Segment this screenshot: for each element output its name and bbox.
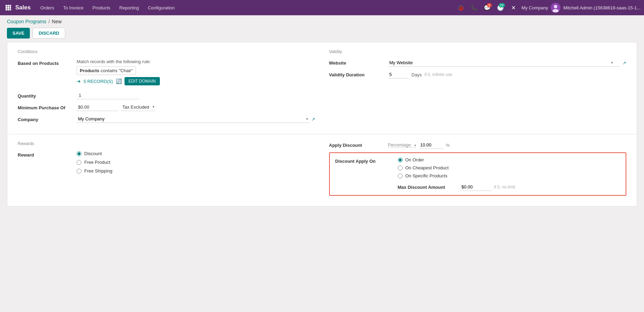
menu-to-invoice[interactable]: To Invoice xyxy=(59,3,88,12)
svg-point-10 xyxy=(554,5,557,8)
svg-rect-5 xyxy=(10,7,11,9)
discount-apply-on-box: Discount Apply On On Order On Cheapest P… xyxy=(329,152,627,196)
website-label: Website xyxy=(329,60,388,66)
menu-products[interactable]: Products xyxy=(88,3,114,12)
max-discount-input[interactable] xyxy=(460,183,491,191)
filter-value: "Chair" xyxy=(119,68,133,73)
clock-badge: 29 xyxy=(499,3,505,7)
dao-label-specific[interactable]: On Specific Products xyxy=(405,173,447,178)
chat-icon[interactable]: 💬 5 xyxy=(482,2,492,13)
max-discount-hint: if 0, no limit xyxy=(494,185,515,189)
discount-apply-on-options: On Order On Cheapest Product On Specific… xyxy=(398,157,620,191)
quantity-label: Quantity xyxy=(18,92,77,99)
percentage-select[interactable]: Percentage Fixed xyxy=(388,142,416,148)
reward-radio-free-product[interactable] xyxy=(77,160,81,165)
reward-label-free-shipping[interactable]: Free Shipping xyxy=(84,168,112,174)
clock-icon[interactable]: 🕐 29 xyxy=(495,2,506,13)
menu-configuration[interactable]: Configuration xyxy=(144,3,179,12)
reward-option-free-shipping[interactable]: Free Shipping xyxy=(77,168,315,174)
edit-domain-button[interactable]: EDIT DOMAIN xyxy=(124,77,160,85)
percentage-select-wrapper[interactable]: Percentage Fixed xyxy=(388,142,416,148)
svg-rect-3 xyxy=(6,7,7,9)
reward-label-discount[interactable]: Discount xyxy=(84,151,102,156)
based-on-products-value: Match records with the following rule: P… xyxy=(77,59,315,87)
company-select-wrapper[interactable]: My Company xyxy=(77,115,309,123)
section-divider xyxy=(7,134,637,134)
bug-icon[interactable]: 🐞 xyxy=(456,2,466,13)
brand-name[interactable]: Sales xyxy=(15,4,31,11)
dao-option-on-order[interactable]: On Order xyxy=(398,157,620,162)
conditions-section: Conditions Based on Products Match recor… xyxy=(18,49,315,127)
validity-section: Validity Website My Website ↗ xyxy=(329,49,627,127)
dao-label-on-order[interactable]: On Order xyxy=(405,157,424,162)
dao-radio-cheapest[interactable] xyxy=(398,166,403,170)
website-select[interactable]: My Website xyxy=(388,59,620,67)
reward-radio-discount[interactable] xyxy=(77,151,81,156)
svg-rect-6 xyxy=(6,9,7,10)
min-purchase-row: Minimum Purchase Of Tax Excluded Tax Inc… xyxy=(18,103,315,111)
quantity-row: Quantity xyxy=(18,92,315,99)
breadcrumb-parent[interactable]: Coupon Programs xyxy=(7,19,46,24)
reward-label: Reward xyxy=(18,151,77,158)
discount-value-input[interactable] xyxy=(419,141,443,149)
breadcrumb-current: New xyxy=(52,19,62,24)
duration-input[interactable] xyxy=(388,71,409,78)
validity-duration-value: Days if 0, infinite use xyxy=(388,71,627,78)
action-bar: SAVE DISCARD xyxy=(0,26,644,42)
save-button[interactable]: SAVE xyxy=(7,28,30,39)
company-name: My Company xyxy=(522,5,548,10)
svg-rect-0 xyxy=(6,5,7,7)
rewards-layout: Rewards Reward Discount Free Product xyxy=(18,141,626,196)
tax-excluded-select[interactable]: Tax Excluded Tax Included xyxy=(121,103,155,111)
quantity-input[interactable] xyxy=(77,92,139,99)
menu-orders[interactable]: Orders xyxy=(36,3,58,12)
rewards-right-section: Apply Discount Percentage Fixed % xyxy=(329,141,627,196)
max-discount-value: if 0, no limit xyxy=(460,183,515,191)
reward-option-free-product[interactable]: Free Product xyxy=(77,160,315,165)
min-purchase-input[interactable] xyxy=(77,103,118,111)
validity-duration-label: Validity Duration xyxy=(329,72,388,77)
breadcrumb: Coupon Programs / New xyxy=(0,15,644,26)
reward-radio-group: Discount Free Product Free Shipping xyxy=(77,151,315,174)
arrow-icon: ➜ xyxy=(77,78,81,84)
filter-rule-box[interactable]: Products contains "Chair" xyxy=(77,66,136,75)
avatar xyxy=(551,3,560,12)
min-purchase-input-row: Tax Excluded Tax Included xyxy=(77,103,315,111)
dao-label-cheapest[interactable]: On Cheapest Product xyxy=(405,165,449,170)
quantity-value[interactable] xyxy=(77,92,315,99)
website-select-wrapper[interactable]: My Website xyxy=(388,59,620,67)
max-discount-label: Max Discount Amount xyxy=(398,185,460,190)
validity-title: Validity xyxy=(329,49,627,54)
reward-row: Reward Discount Free Product xyxy=(18,151,315,174)
max-discount-row: Max Discount Amount if 0, no limit xyxy=(398,183,620,191)
records-count[interactable]: 5 RECORD(S) xyxy=(84,79,113,84)
dao-radio-on-order[interactable] xyxy=(398,158,403,162)
reward-radio-free-shipping[interactable] xyxy=(77,169,81,174)
tax-select-wrapper[interactable]: Tax Excluded Tax Included xyxy=(121,103,155,111)
dao-option-specific[interactable]: On Specific Products xyxy=(398,173,620,178)
match-rule-text: Match records with the following rule: xyxy=(77,59,315,64)
discard-button[interactable]: DISCARD xyxy=(33,28,65,39)
dao-radio-specific[interactable] xyxy=(398,174,403,178)
refresh-icon[interactable]: 🔄 xyxy=(116,78,122,84)
breadcrumb-separator: / xyxy=(49,19,50,24)
menu-reporting[interactable]: Reporting xyxy=(115,3,143,12)
based-on-products-row: Based on Products Match records with the… xyxy=(18,59,315,87)
grid-icon[interactable] xyxy=(3,3,13,12)
chat-badge: 5 xyxy=(487,3,492,7)
phone-icon[interactable]: 📞 xyxy=(469,2,479,13)
reward-label-free-product[interactable]: Free Product xyxy=(84,160,110,165)
svg-rect-2 xyxy=(10,5,11,7)
company-external-link-icon[interactable]: ↗ xyxy=(311,117,315,122)
company-select[interactable]: My Company xyxy=(77,115,309,123)
website-value: My Website ↗ xyxy=(388,59,627,67)
dao-option-cheapest[interactable]: On Cheapest Product xyxy=(398,165,620,170)
main-content: Conditions Based on Products Match recor… xyxy=(0,42,644,213)
rewards-section: Rewards Reward Discount Free Product xyxy=(18,141,315,196)
company-row: Company My Company ↗ xyxy=(18,115,315,123)
apply-discount-value: Percentage Fixed % xyxy=(388,141,450,149)
reward-option-discount[interactable]: Discount xyxy=(77,151,315,156)
website-external-link-icon[interactable]: ↗ xyxy=(622,60,626,66)
svg-rect-8 xyxy=(10,9,11,10)
settings-icon[interactable]: ✕ xyxy=(508,2,519,13)
